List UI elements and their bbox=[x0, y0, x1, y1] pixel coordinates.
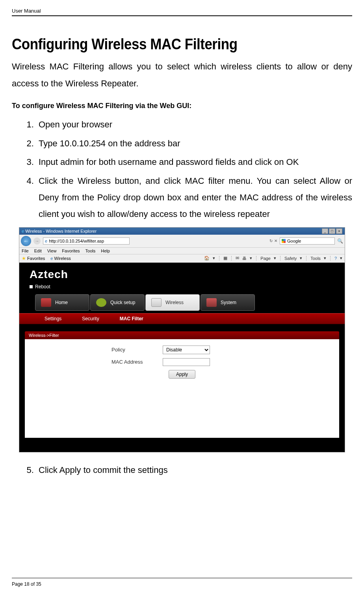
feeds-icon[interactable]: ▦ bbox=[223, 256, 227, 261]
brand-logo: Aztech bbox=[19, 263, 345, 283]
mail-icon[interactable]: ✉ bbox=[236, 256, 239, 261]
favorites-label[interactable]: Favorites bbox=[27, 256, 45, 261]
menu-view[interactable]: View bbox=[47, 248, 57, 253]
google-icon bbox=[282, 239, 286, 243]
nav-wireless[interactable]: Wireless bbox=[145, 294, 200, 311]
steps-list: Open your browser Type 10.0.10.254 on th… bbox=[12, 116, 352, 222]
tab-mac-filter[interactable]: MAC Filter bbox=[110, 314, 154, 324]
header-label: User Manual bbox=[12, 8, 352, 14]
panel-header: Wireless->Filter bbox=[25, 331, 339, 339]
step-5: Click Apply to commit the settings bbox=[36, 462, 352, 478]
wireless-nav-icon bbox=[151, 298, 162, 307]
menu-tools-right[interactable]: Tools bbox=[310, 256, 321, 261]
page-number: Page 18 of 35 bbox=[12, 581, 41, 587]
policy-row: Policy Disable bbox=[33, 346, 331, 354]
refresh-icon[interactable]: ↻ bbox=[269, 239, 273, 243]
tab-settings[interactable]: Settings bbox=[34, 314, 72, 324]
nav-quick-setup[interactable]: Quick setup bbox=[90, 294, 145, 311]
policy-select[interactable]: Disable bbox=[163, 346, 210, 354]
quick-nav-icon bbox=[96, 298, 106, 307]
window-title: Wireless - Windows Internet Explorer bbox=[25, 229, 97, 233]
close-button[interactable]: × bbox=[336, 228, 342, 234]
step-4: Click the Wireless button, and click MAC… bbox=[36, 173, 352, 222]
footer-rule bbox=[12, 578, 352, 578]
step-2: Type 10.0.10.254 on the address bar bbox=[36, 135, 352, 152]
intro-paragraph: Wireless MAC Filtering allows you to sel… bbox=[12, 58, 352, 92]
maximize-button[interactable]: □ bbox=[329, 228, 335, 234]
home-icon[interactable]: 🏠 bbox=[204, 256, 210, 261]
minimize-button[interactable]: _ bbox=[322, 228, 328, 234]
search-box[interactable]: Google bbox=[280, 237, 335, 245]
ie-menubar: File Edit View Favorites Tools Help bbox=[19, 248, 345, 254]
ie-favbar: ★ Favorites e Wireless 🏠 ▾ ▦ ✉ 🖶 ▾ Page … bbox=[19, 254, 345, 263]
main-nav: Home Quick setup Wireless System bbox=[19, 294, 345, 313]
forward-button[interactable]: → bbox=[33, 237, 41, 245]
page-icon: e bbox=[45, 239, 47, 243]
system-nav-icon bbox=[206, 298, 217, 307]
apply-button[interactable]: Apply bbox=[169, 370, 195, 379]
reboot-icon bbox=[30, 285, 33, 288]
tab-security[interactable]: Security bbox=[72, 314, 109, 324]
address-bar[interactable]: e http://10.0.10.254/wlfilter.asp bbox=[43, 237, 130, 245]
step-1: Open your browser bbox=[36, 116, 352, 133]
help-icon[interactable]: ? bbox=[334, 256, 337, 261]
reboot-link[interactable]: Reboot bbox=[19, 283, 345, 294]
address-text: http://10.0.10.254/wlfilter.asp bbox=[49, 239, 104, 243]
screenshot-container: e Wireless - Windows Internet Explorer _… bbox=[19, 227, 345, 452]
menu-safety[interactable]: Safety bbox=[284, 256, 297, 261]
menu-file[interactable]: File bbox=[22, 248, 29, 253]
router-page: Aztech Reboot Home Quick setup Wireless … bbox=[19, 263, 345, 452]
tab-wireless[interactable]: Wireless bbox=[54, 256, 71, 261]
step-3: Input admin for both username and passwo… bbox=[36, 154, 352, 170]
menu-edit[interactable]: Edit bbox=[34, 248, 42, 253]
nav-system[interactable]: System bbox=[201, 294, 255, 311]
page-title: Configuring Wireless MAC Filtering bbox=[12, 36, 325, 53]
search-go-icon[interactable]: 🔍 bbox=[337, 238, 343, 244]
policy-label: Policy bbox=[111, 347, 151, 353]
stop-icon[interactable]: ✕ bbox=[274, 239, 277, 243]
window-buttons: _ □ × bbox=[322, 228, 342, 234]
mac-input[interactable] bbox=[163, 358, 210, 366]
mac-row: MAC Address bbox=[33, 358, 331, 366]
back-button[interactable]: ← bbox=[21, 236, 31, 246]
menu-page[interactable]: Page bbox=[260, 256, 271, 261]
ie-icon: e bbox=[22, 229, 25, 233]
header-rule bbox=[12, 15, 352, 16]
print-icon[interactable]: 🖶 bbox=[242, 256, 247, 261]
search-hint: Google bbox=[287, 239, 301, 243]
mac-label: MAC Address bbox=[111, 359, 151, 365]
menu-tools[interactable]: Tools bbox=[85, 248, 96, 253]
sub-heading: To configure Wireless MAC Filtering via … bbox=[12, 102, 352, 110]
favorites-star-icon: ★ bbox=[22, 256, 26, 261]
menu-favorites[interactable]: Favorites bbox=[62, 248, 80, 253]
toolbar-right: 🏠 ▾ ▦ ✉ 🖶 ▾ Page ▾ Safety ▾ Tools ▾ ? ▾ bbox=[204, 256, 342, 261]
nav-home[interactable]: Home bbox=[35, 294, 89, 311]
tab-icon: e bbox=[50, 256, 53, 261]
steps-list-continued: Click Apply to commit the settings bbox=[12, 462, 352, 478]
ie-navbar: ← → e http://10.0.10.254/wlfilter.asp ↻ … bbox=[19, 235, 345, 248]
ie-titlebar: e Wireless - Windows Internet Explorer _… bbox=[19, 228, 345, 235]
menu-help[interactable]: Help bbox=[101, 248, 110, 253]
panel-body: Policy Disable MAC Address Apply bbox=[25, 339, 339, 438]
tab-strip: Settings Security MAC Filter bbox=[19, 313, 345, 324]
home-nav-icon bbox=[41, 298, 51, 307]
